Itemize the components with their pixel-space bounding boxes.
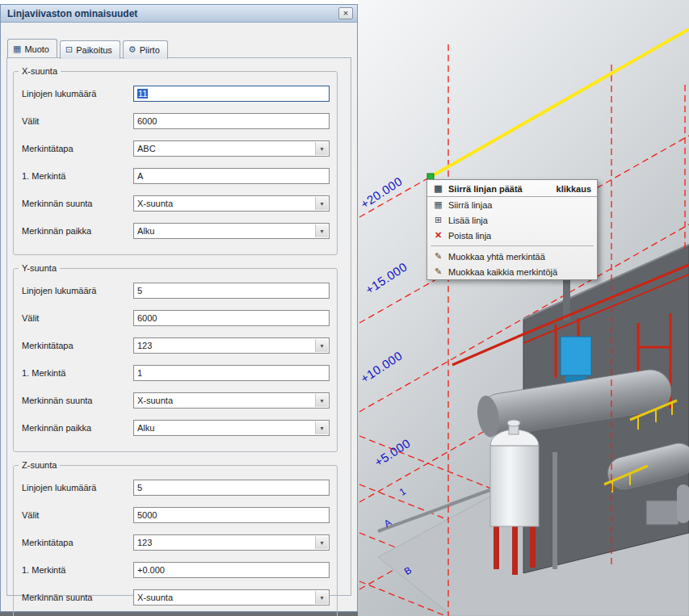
menu-item-siirra-linjaa[interactable]: ▦ Siirrä linjaa: [427, 197, 597, 212]
field-label: Merkinnän paikka: [22, 226, 133, 236]
field-label: Välit: [22, 116, 133, 126]
field-label: Välit: [22, 313, 133, 323]
delete-line-icon: ✕: [432, 230, 444, 241]
field-label: Välit: [22, 510, 133, 520]
y-line-count-input[interactable]: 5: [133, 283, 330, 299]
highlighted-grid-line[interactable]: [431, 29, 689, 177]
chevron-down-icon: ▾: [315, 197, 328, 210]
x-line-count-input[interactable]: 11: [133, 86, 330, 102]
field-label: Merkintätapa: [22, 538, 133, 547]
3d-viewport[interactable]: +20.000 +15.000 +10.000 +5.000 1 A B ▦ S…: [358, 0, 689, 616]
y-label-style-select[interactable]: 123▾: [133, 337, 330, 354]
plant-model: [378, 245, 689, 616]
x-label-style-select[interactable]: ABC▾: [133, 140, 330, 157]
z-first-label-input[interactable]: +0.000: [133, 562, 330, 578]
gear-icon: ⚙: [128, 44, 137, 55]
move-line-icon: ▦: [432, 199, 444, 210]
grid-icon: ▦: [13, 44, 21, 54]
edit-all-labels-icon: ✎: [432, 266, 444, 277]
groupbox-y: Y-suunta Linjojen lukumäärä 5 Välit 6000…: [13, 268, 338, 452]
move-line-end-icon: ▦: [432, 183, 444, 194]
menu-item-muokkaa-kaikkia[interactable]: ✎ Muokkaa kaikkia merkintöjä: [427, 264, 597, 279]
field-label: Linjojen lukumäärä: [22, 286, 133, 295]
chevron-down-icon: ▾: [315, 224, 328, 237]
menu-item-muokkaa-yhta[interactable]: ✎ Muokkaa yhtä merkintää: [427, 249, 597, 264]
field-row: Merkinnän paikka Alku▾: [22, 222, 329, 240]
field-label: Linjojen lukumäärä: [22, 89, 133, 98]
groupbox-title: X-suunta: [19, 66, 61, 76]
field-label: Merkinnän suunta: [22, 593, 133, 602]
field-row: Merkinnän suunta X-suunta▾: [22, 589, 329, 606]
field-row: 1. Merkintä +0.000: [22, 561, 329, 579]
field-row: Merkinnän suunta X-suunta▾: [22, 195, 329, 212]
add-line-icon: ⊞: [432, 215, 444, 225]
field-row: Linjojen lukumäärä 11: [22, 85, 329, 103]
groupbox-title: Y-suunta: [19, 263, 60, 273]
tab-muoto[interactable]: ▦ Muoto: [7, 39, 57, 57]
field-label: Merkinnän suunta: [22, 396, 133, 405]
groupbox-z: Z-suunta Linjojen lukumäärä 5 Välit 5000…: [13, 465, 338, 616]
chevron-down-icon: ▾: [315, 536, 328, 549]
edit-one-label-icon: ✎: [432, 251, 444, 262]
field-label: Merkinnän suunta: [22, 199, 133, 208]
3d-scene: [358, 0, 689, 616]
chevron-down-icon: ▾: [315, 339, 328, 352]
z-label-style-select[interactable]: 123▾: [133, 534, 330, 551]
menu-item-poista-linja[interactable]: ✕ Poista linja: [427, 228, 597, 243]
field-label: Linjojen lukumäärä: [22, 483, 133, 492]
tab-panel: X-suunta Linjojen lukumäärä 11 Välit 600…: [6, 57, 351, 596]
y-label-direction-select[interactable]: X-suunta▾: [133, 392, 330, 409]
z-label-direction-select[interactable]: X-suunta▾: [133, 589, 330, 606]
field-label: 1. Merkintä: [22, 171, 133, 181]
context-menu-title: Siirrä linjan päätä: [448, 184, 523, 194]
x-first-label-input[interactable]: A: [133, 168, 330, 184]
field-row: Merkintätapa 123▾: [22, 337, 329, 354]
chevron-down-icon: ▾: [315, 421, 328, 434]
context-menu-shortcut: klikkaus: [557, 184, 591, 194]
field-label: Merkintätapa: [22, 341, 133, 350]
field-row: Välit 6000: [22, 112, 329, 130]
groupbox-x: X-suunta Linjojen lukumäärä 11 Välit 600…: [13, 71, 338, 255]
z-spacing-input[interactable]: 5000: [133, 507, 330, 523]
z-line-count-input[interactable]: 5: [133, 480, 330, 496]
menu-item-lisaa-linja[interactable]: ⊞ Lisää linja: [427, 212, 597, 228]
tab-piirto[interactable]: ⚙ Piirto: [123, 40, 168, 59]
field-row: 1. Merkintä 1: [22, 364, 329, 382]
grid-context-menu: ▦ Siirrä linjan päätä klikkaus ▦ Siirrä …: [426, 179, 598, 280]
field-label: Merkintätapa: [22, 144, 133, 153]
chevron-down-icon: ▾: [315, 591, 328, 604]
placement-icon: ⊡: [65, 44, 73, 55]
chevron-down-icon: ▾: [315, 142, 328, 155]
vertical-tank: [490, 420, 539, 575]
y-label-position-select[interactable]: Alku▾: [133, 420, 330, 436]
field-row: Linjojen lukumäärä 5: [22, 282, 329, 300]
context-menu-header: ▦ Siirrä linjan päätä klikkaus: [427, 180, 597, 197]
small-vessel: [677, 484, 689, 523]
properties-dialog: Linjaviivaston ominaisuudet × ▦ Muoto ⊡ …: [0, 4, 358, 612]
menu-separator: [431, 245, 594, 246]
x-label-position-select[interactable]: Alku▾: [133, 223, 330, 239]
tab-paikoitus[interactable]: ⊡ Paikoitus: [60, 40, 120, 59]
field-row: Linjojen lukumäärä 5: [22, 479, 329, 497]
x-spacing-input[interactable]: 6000: [133, 113, 330, 129]
groupbox-title: Z-suunta: [19, 460, 60, 470]
blue-cabinet: [561, 337, 591, 375]
field-row: Välit 6000: [22, 309, 329, 327]
close-icon: ×: [343, 9, 348, 18]
dialog-titlebar[interactable]: Linjaviivaston ominaisuudet ×: [1, 5, 357, 23]
y-spacing-input[interactable]: 6000: [133, 310, 330, 326]
y-first-label-input[interactable]: 1: [133, 365, 330, 381]
x-label-direction-select[interactable]: X-suunta▾: [133, 195, 330, 212]
chevron-down-icon: ▾: [315, 394, 328, 407]
field-row: Välit 5000: [22, 506, 329, 524]
gray-pipe-vertical: [552, 452, 557, 569]
field-row: Merkintätapa 123▾: [22, 534, 329, 551]
tab-bar: ▦ Muoto ⊡ Paikoitus ⚙ Piirto: [7, 39, 357, 57]
field-row: Merkinnän suunta X-suunta▾: [22, 392, 329, 409]
equipment-box: [646, 501, 678, 525]
field-row: Merkinnän paikka Alku▾: [22, 419, 329, 437]
field-label: 1. Merkintä: [22, 368, 133, 378]
close-button[interactable]: ×: [338, 7, 353, 19]
field-label: 1. Merkintä: [22, 565, 133, 575]
application-window: +20.000 +15.000 +10.000 +5.000 1 A B ▦ S…: [0, 0, 689, 616]
